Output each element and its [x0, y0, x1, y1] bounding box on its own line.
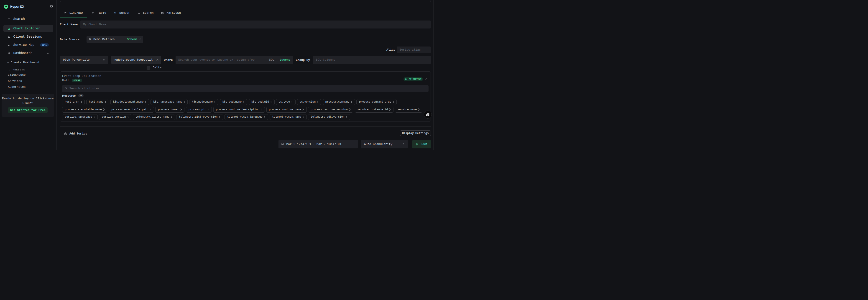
svg-text:3: 3	[116, 12, 116, 14]
svg-text:2: 2	[114, 13, 115, 15]
